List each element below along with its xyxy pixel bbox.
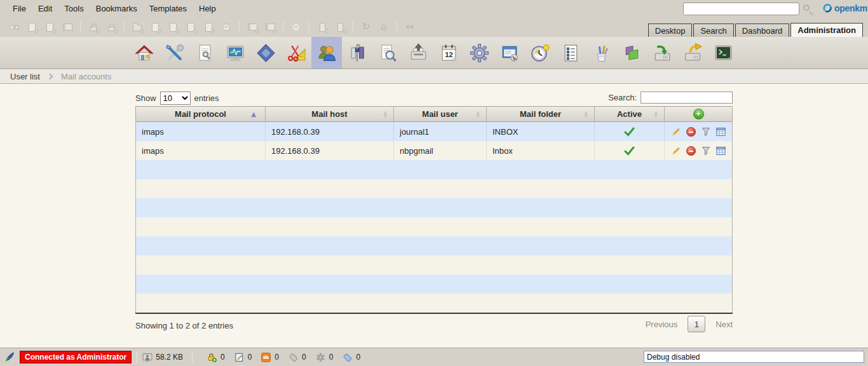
sort-both-icon: ▲▼ — [585, 111, 588, 118]
device-add-icon[interactable] — [315, 21, 329, 34]
stylesheet-pens-icon[interactable] — [586, 37, 616, 69]
document-remove-icon[interactable] — [201, 21, 215, 34]
workflow-gear-icon[interactable] — [289, 21, 303, 34]
registry-list-icon[interactable] — [555, 37, 586, 69]
delete-icon[interactable] — [219, 21, 233, 34]
delete-minus-icon[interactable] — [686, 127, 696, 137]
lock-icon[interactable] — [86, 21, 100, 34]
add-mail-account-button[interactable]: + — [693, 109, 704, 119]
breadcrumb-user-list[interactable]: User list — [10, 72, 40, 81]
propertygroup-add-icon[interactable] — [245, 21, 259, 34]
menu-bookmarks[interactable]: Bookmarks — [96, 4, 137, 13]
col-mail-protocol[interactable]: Mail protocol ▲ — [136, 107, 266, 121]
cell-user: nbpgmail — [394, 141, 487, 160]
delete-minus-icon[interactable] — [686, 146, 696, 156]
database-export-icon[interactable] — [677, 37, 708, 69]
openkm-logo-text: openkm — [834, 3, 867, 13]
toolbar-separator — [239, 21, 240, 33]
cell-folder: INBOX — [487, 122, 595, 141]
folder-add-icon[interactable] — [130, 21, 144, 34]
menu-help[interactable]: Help — [199, 4, 216, 13]
console-terminal-icon[interactable] — [708, 37, 738, 69]
empty-row — [135, 217, 733, 236]
language-flags-icon[interactable] — [616, 37, 647, 69]
table-grid-icon[interactable] — [716, 146, 726, 156]
find-icon[interactable] — [7, 21, 21, 34]
document-edit-icon — [234, 353, 244, 362]
menu-file[interactable]: File — [13, 4, 26, 13]
col-mail-host[interactable]: Mail host ▲▼ — [266, 107, 394, 121]
gear-counter: 0 — [316, 353, 334, 362]
fullscreen-icon[interactable]: ↔ — [403, 21, 417, 34]
edit-pencil-icon[interactable] — [671, 146, 681, 156]
previous-button[interactable]: Previous — [646, 320, 678, 329]
empty-row — [135, 274, 733, 294]
filter-funnel-icon[interactable] — [702, 146, 710, 155]
system-monitor-icon[interactable] — [220, 37, 250, 69]
breadcrumb: User list Mail accounts — [0, 70, 868, 84]
tab-desktop[interactable]: Desktop — [648, 24, 693, 37]
page-1-button[interactable]: 1 — [688, 316, 705, 332]
col-mail-user[interactable]: Mail user ▲▼ — [394, 107, 487, 121]
next-button[interactable]: Next — [715, 320, 733, 329]
mail-subscription-icon — [261, 353, 271, 362]
propertygroup-remove-icon[interactable] — [263, 21, 277, 34]
empty-row — [135, 294, 733, 313]
menu-edit[interactable]: Edit — [38, 4, 52, 13]
database-import-icon[interactable] — [647, 37, 677, 69]
cell-host: 192.168.0.39 — [266, 122, 394, 141]
page-length-select[interactable]: 10 — [160, 92, 191, 105]
plugin-diamond-icon[interactable] — [250, 37, 281, 69]
menu-templates[interactable]: Templates — [149, 4, 187, 13]
cell-active — [595, 141, 665, 160]
document-download-icon[interactable] — [25, 21, 39, 34]
col-actions: + — [665, 107, 732, 121]
device-check-icon[interactable] — [333, 21, 347, 34]
home-icon[interactable] — [128, 37, 159, 69]
status-bar: Connected as Administrator 58.2 KB 0 0 — [0, 348, 868, 366]
debug-status-field[interactable] — [644, 351, 864, 363]
tab-dashboard[interactable]: Dashboard — [735, 24, 790, 37]
document-edit-icon[interactable] — [166, 21, 180, 34]
blue-tag-counter: 0 — [342, 353, 360, 362]
tools-icon[interactable] — [159, 37, 189, 69]
filter-funnel-icon[interactable] — [702, 127, 710, 136]
menu-tools[interactable]: Tools — [64, 4, 83, 13]
document-checkin-icon[interactable] — [184, 21, 198, 34]
home-upload-icon[interactable]: ⌂ — [377, 21, 391, 34]
col-active[interactable]: Active ▲▼ — [595, 107, 665, 121]
report-config-icon[interactable] — [189, 37, 220, 69]
user-profiles-icon[interactable] — [342, 37, 372, 69]
document-pdf-download-icon[interactable] — [43, 21, 57, 34]
check-icon — [624, 146, 635, 156]
refresh-icon[interactable]: ↻ — [359, 21, 373, 34]
table-grid-icon[interactable] — [716, 127, 726, 137]
scheduler-clock-icon[interactable] — [525, 37, 555, 69]
gear-gray-icon — [316, 353, 325, 362]
table-row: imaps 192.168.0.39 nbpgmail Inbox — [135, 141, 733, 160]
quick-search-input[interactable] — [683, 3, 799, 15]
tag-gray-icon — [288, 353, 298, 362]
table-search-input[interactable] — [641, 92, 733, 104]
unlock-icon[interactable] — [104, 21, 118, 34]
document-find-icon[interactable] — [372, 37, 403, 69]
scissors-ruler-icon[interactable] — [281, 37, 311, 69]
sort-both-icon: ▲▼ — [654, 111, 658, 118]
magnifier-icon[interactable] — [803, 4, 810, 11]
cell-protocol: imaps — [136, 141, 266, 160]
document-add-icon[interactable] — [148, 21, 162, 34]
print-icon[interactable] — [60, 21, 74, 34]
edit-pencil-icon[interactable] — [671, 127, 681, 137]
check-icon — [624, 127, 635, 137]
automation-window-icon[interactable] — [494, 37, 525, 69]
tab-administration[interactable]: Administration — [790, 23, 863, 37]
empty-row — [135, 179, 733, 198]
calendar-icon[interactable]: 12 — [433, 37, 464, 69]
tab-search[interactable]: Search — [693, 24, 733, 37]
subscriptions-counter: 0 — [261, 353, 279, 362]
users-icon[interactable] — [311, 37, 342, 69]
statusbar-separator — [137, 352, 137, 363]
settings-gear-icon[interactable] — [464, 37, 494, 69]
printer-arrow-icon[interactable] — [403, 37, 433, 69]
col-mail-folder[interactable]: Mail folder ▲▼ — [487, 107, 595, 121]
